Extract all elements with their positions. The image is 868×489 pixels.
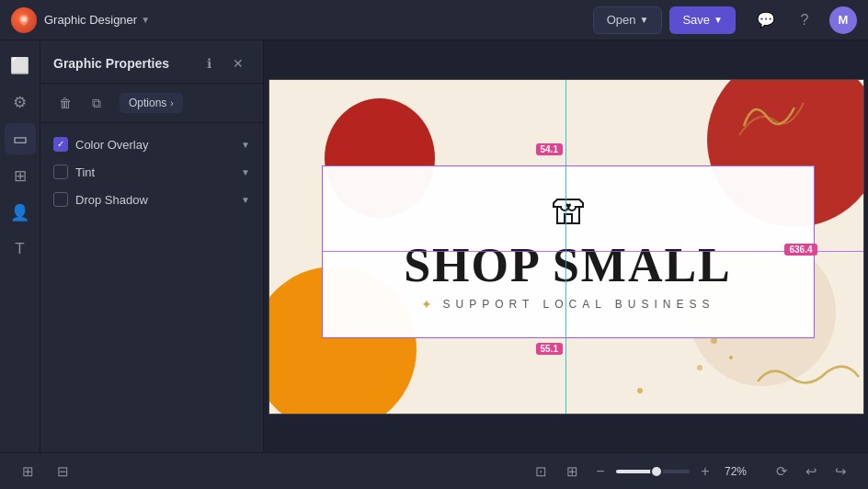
element-tool-button[interactable]: ⚙ — [5, 86, 36, 118]
drop-shadow-checkbox[interactable] — [53, 192, 68, 207]
shop-title-text: SHOP SMALL — [404, 242, 732, 290]
select-tool-button[interactable]: ⬜ — [5, 50, 36, 81]
color-overlay-checkbox[interactable]: ✓ — [53, 137, 68, 152]
tint-label: Tint — [75, 165, 234, 179]
squiggle-bottom-right — [753, 358, 863, 395]
zoom-slider[interactable] — [616, 470, 690, 473]
drop-shadow-chevron-icon: ▼ — [241, 195, 250, 205]
avatar[interactable]: M — [829, 6, 857, 34]
app-name-label: Graphic Designer — [44, 13, 137, 27]
main-layout: ⬜ ⚙ ▭ ⊞ 👤 T Graphic Properties ℹ ✕ 🗑 ⧉ O… — [0, 40, 868, 452]
measure-top-label: 54.1 — [536, 143, 563, 155]
undo-button[interactable]: ↩ — [798, 459, 824, 484]
shop-subtitle: ✦ SUPPORT LOCAL BUSINESS — [421, 297, 715, 312]
shop-subtitle-text: SUPPORT LOCAL BUSINESS — [443, 298, 715, 311]
delete-button[interactable]: 🗑 — [53, 91, 77, 115]
redo-button[interactable]: ↪ — [828, 459, 853, 484]
measure-bottom-label: 55.1 — [536, 343, 563, 355]
help-icon-button[interactable]: ? — [791, 6, 818, 34]
avatar-initials: M — [839, 13, 849, 27]
measure-right-label: 636.4 — [784, 244, 817, 256]
history-button[interactable]: ⟳ — [769, 459, 794, 484]
chat-icon-button[interactable]: 💬 — [752, 6, 780, 34]
open-chevron-icon: ▼ — [640, 15, 649, 25]
app-name-chevron-icon: ▼ — [141, 15, 150, 25]
save-chevron-icon: ▼ — [714, 15, 723, 25]
measure-bottom-value: 55.1 — [541, 344, 558, 354]
zoom-in-button[interactable]: + — [695, 461, 715, 482]
options-chevron-icon: › — [170, 98, 173, 108]
layers-button[interactable]: ⊞ — [15, 459, 40, 484]
panel-options-row: 🗑 ⧉ Options › — [40, 84, 263, 123]
color-overlay-item[interactable]: ✓ Color Overlay ▼ — [40, 131, 263, 158]
tint-checkbox[interactable] — [53, 165, 68, 179]
grid-button[interactable]: ⊟ — [50, 459, 75, 484]
canvas-container: SHOP SMALL ✦ SUPPORT LOCAL BUSINESS 54.1 — [268, 79, 864, 415]
panel-title: Graphic Properties — [53, 56, 197, 71]
app-logo[interactable] — [11, 7, 37, 33]
svg-point-0 — [21, 17, 27, 22]
color-overlay-label: Color Overlay — [75, 138, 234, 152]
bottombar: ⊞ ⊟ ⊡ ⊞ − + 72% ⟳ ↩ ↪ — [0, 452, 868, 489]
drop-shadow-item[interactable]: Drop Shadow ▼ — [40, 186, 263, 213]
save-label: Save — [682, 13, 710, 27]
text-tool-button[interactable]: T — [5, 233, 36, 265]
close-panel-button[interactable]: ✕ — [226, 51, 250, 75]
panel-header-icons: ℹ ✕ — [197, 51, 250, 75]
adjust-tool-button[interactable]: ⊞ — [5, 160, 36, 191]
info-icon-button[interactable]: ℹ — [197, 51, 221, 75]
options-label: Options — [129, 97, 166, 109]
zoom-controls: ⊡ ⊞ − + 72% — [528, 459, 750, 484]
dot-13 — [637, 388, 643, 393]
save-button[interactable]: Save ▼ — [669, 6, 736, 34]
duplicate-button[interactable]: ⧉ — [85, 91, 108, 115]
shop-icon — [550, 192, 587, 234]
left-panel: Graphic Properties ℹ ✕ 🗑 ⧉ Options › ✓ C… — [40, 40, 264, 452]
options-button[interactable]: Options › — [120, 93, 183, 113]
history-buttons: ⟳ ↩ ↪ — [769, 459, 853, 484]
people-tool-button[interactable]: 👤 — [5, 197, 36, 228]
zoom-out-button[interactable]: − — [590, 461, 611, 482]
topbar: Graphic Designer ▼ Open ▼ Save ▼ 💬 ? M — [0, 0, 868, 40]
drop-shadow-label: Drop Shadow — [75, 193, 234, 207]
color-overlay-chevron-icon: ▼ — [241, 140, 250, 150]
align-line-vertical — [565, 80, 566, 415]
content-card[interactable]: SHOP SMALL ✦ SUPPORT LOCAL BUSINESS — [322, 165, 815, 338]
fit-button[interactable]: ⊡ — [528, 459, 554, 484]
icon-toolbar: ⬜ ⚙ ▭ ⊞ 👤 T — [0, 40, 40, 452]
measure-right-value: 636.4 — [789, 244, 812, 255]
measure-top-value: 54.1 — [541, 144, 558, 154]
zoom-slider-thumb[interactable] — [650, 465, 663, 478]
zoom-level: 72% — [721, 465, 750, 478]
crop-button[interactable]: ⊞ — [559, 459, 585, 484]
dot-9 — [711, 337, 717, 344]
canvas-area[interactable]: SHOP SMALL ✦ SUPPORT LOCAL BUSINESS 54.1 — [264, 40, 868, 452]
dot-11 — [697, 365, 702, 370]
dot-10 — [729, 356, 733, 359]
squiggle-top-right — [735, 89, 808, 144]
image-tool-button[interactable]: ▭ — [5, 123, 36, 154]
align-line-horizontal — [322, 251, 864, 252]
tint-chevron-icon: ▼ — [241, 167, 250, 177]
app-name[interactable]: Graphic Designer ▼ — [44, 13, 150, 27]
canvas-image[interactable]: SHOP SMALL ✦ SUPPORT LOCAL BUSINESS 54.1 — [268, 79, 864, 415]
open-button[interactable]: Open ▼ — [593, 6, 663, 34]
properties-list: ✓ Color Overlay ▼ Tint ▼ Drop Shadow ▼ — [40, 123, 263, 221]
panel-header: Graphic Properties ℹ ✕ — [40, 40, 263, 84]
tint-item[interactable]: Tint ▼ — [40, 158, 263, 186]
open-label: Open — [607, 13, 636, 27]
